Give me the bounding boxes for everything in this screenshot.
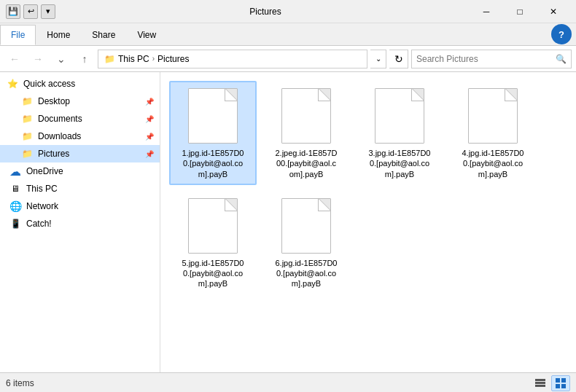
file-icon-5 — [184, 197, 242, 255]
sidebar-documents-label: Documents — [38, 114, 82, 124]
ribbon: File Home Share View ? — [0, 23, 576, 46]
breadcrumb-this-pc[interactable]: This PC — [118, 54, 149, 64]
tab-share[interactable]: Share — [81, 25, 126, 45]
sidebar-item-this-pc[interactable]: 🖥 This PC — [0, 180, 160, 197]
window-controls: ─ □ ✕ — [470, 0, 570, 23]
file-name-2: 2.jpeg.id-1E857D00.[paybit@aol.com].payB — [275, 148, 337, 179]
file-icon-6 — [277, 197, 335, 255]
pictures-folder-icon: 📁 — [20, 147, 34, 160]
desktop-folder-icon: 📁 — [20, 95, 34, 108]
file-page-6 — [281, 198, 331, 254]
file-item-5[interactable]: 5.jpg.id-1E857D00.[paybit@aol.com].payB — [169, 191, 257, 295]
tile-view-icon — [555, 377, 567, 389]
list-view-button[interactable] — [531, 375, 550, 391]
sidebar-item-pictures[interactable]: 📁 Pictures 📌 — [0, 145, 160, 162]
file-item-4[interactable]: 4.jpg.id-1E857D00.[paybit@aol.com].payB — [449, 81, 537, 185]
main-layout: ⭐ Quick access 📁 Desktop 📌 📁 Documents 📌… — [0, 72, 576, 372]
sidebar-catch-label: Catch! — [26, 219, 52, 229]
file-item-6[interactable]: 6.jpg.id-1E857D00.[paybit@aol.com].payB — [262, 191, 350, 295]
svg-rect-0 — [535, 379, 545, 381]
help-button[interactable]: ? — [551, 24, 572, 44]
file-icon-2 — [277, 87, 335, 145]
close-button[interactable]: ✕ — [537, 0, 570, 23]
svg-rect-3 — [556, 378, 560, 383]
downloads-folder-icon: 📁 — [20, 130, 34, 143]
sidebar-item-network[interactable]: 🌐 Network — [0, 197, 160, 215]
sidebar-this-pc-label: This PC — [26, 184, 58, 194]
sidebar-item-documents[interactable]: 📁 Documents 📌 — [0, 110, 160, 128]
sidebar-onedrive-label: OneDrive — [26, 166, 63, 176]
dropdown-icon[interactable]: ▾ — [41, 4, 55, 19]
search-box[interactable]: 🔍 — [411, 50, 572, 68]
sidebar-item-desktop[interactable]: 📁 Desktop 📌 — [0, 93, 160, 110]
sidebar-quick-access[interactable]: ⭐ Quick access — [0, 75, 160, 93]
quick-access-icon: ⭐ — [6, 77, 19, 90]
tile-view-button[interactable] — [551, 375, 570, 391]
sidebar: ⭐ Quick access 📁 Desktop 📌 📁 Documents 📌… — [0, 72, 160, 372]
tab-file[interactable]: File — [0, 25, 36, 45]
file-icon-1 — [184, 87, 242, 145]
file-item-3[interactable]: 3.jpg.id-1E857D00.[paybit@aol.com].payB — [356, 81, 443, 185]
up-button[interactable]: ↑ — [74, 49, 95, 69]
tab-view[interactable]: View — [126, 25, 167, 45]
sidebar-downloads-label: Downloads — [38, 131, 81, 141]
list-view-icon — [534, 377, 546, 389]
catch-icon: 📱 — [9, 217, 22, 230]
svg-rect-5 — [556, 384, 560, 388]
maximize-button[interactable]: □ — [503, 0, 537, 23]
this-pc-icon: 🖥 — [9, 182, 22, 195]
item-count: 6 items — [6, 378, 34, 388]
refresh-button[interactable]: ↻ — [389, 50, 408, 68]
path-dropdown[interactable]: ⌄ — [370, 50, 386, 68]
breadcrumb-pictures[interactable]: Pictures — [157, 54, 189, 64]
fold-inner-2 — [319, 89, 330, 100]
breadcrumb-sep-1: › — [152, 55, 155, 63]
file-icon-3 — [370, 87, 429, 145]
file-name-3: 3.jpg.id-1E857D00.[paybit@aol.com].payB — [368, 148, 430, 179]
dropdown-nav-button[interactable]: ⌄ — [51, 49, 71, 69]
quick-access-toolbar-icon[interactable]: 💾 — [6, 4, 20, 19]
file-item-2[interactable]: 2.jpeg.id-1E857D00.[paybit@aol.com].payB — [262, 81, 350, 185]
fold-inner-1 — [226, 89, 237, 100]
file-name-1: 1.jpg.id-1E857D00.[paybit@aol.com].payB — [182, 148, 244, 179]
tab-home[interactable]: Home — [36, 25, 81, 45]
file-name-4: 4.jpg.id-1E857D00.[paybit@aol.com].payB — [462, 148, 524, 179]
svg-rect-1 — [535, 382, 545, 384]
undo-icon[interactable]: ↩ — [23, 4, 38, 19]
file-page-2 — [281, 88, 331, 144]
sidebar-network-label: Network — [26, 201, 58, 211]
file-name-6: 6.jpg.id-1E857D00.[paybit@aol.com].payB — [275, 258, 337, 289]
address-bar: ← → ⌄ ↑ 📁 This PC › Pictures ⌄ ↻ 🔍 — [0, 46, 576, 72]
svg-rect-2 — [535, 385, 545, 387]
pin-icon-2: 📌 — [145, 115, 154, 123]
fold-inner-3 — [413, 89, 424, 100]
title-bar-icons: 💾 ↩ ▾ — [6, 4, 55, 19]
sidebar-pictures-label: Pictures — [38, 149, 69, 159]
ribbon-tabs: File Home Share View ? — [0, 23, 576, 45]
onedrive-icon: ☁ — [9, 165, 22, 178]
network-icon: 🌐 — [9, 200, 22, 213]
svg-rect-4 — [561, 378, 566, 383]
fold-inner-4 — [506, 89, 517, 100]
file-page-1 — [188, 88, 238, 144]
file-icon-4 — [464, 87, 522, 145]
documents-folder-icon: 📁 — [20, 112, 34, 125]
sidebar-desktop-label: Desktop — [38, 96, 70, 106]
sidebar-item-downloads[interactable]: 📁 Downloads 📌 — [0, 128, 160, 145]
back-button[interactable]: ← — [4, 49, 25, 69]
file-item-1[interactable]: 1.jpg.id-1E857D00.[paybit@aol.com].payB — [169, 81, 257, 185]
fold-inner-6 — [319, 199, 330, 210]
window-title: Pictures — [61, 7, 470, 17]
address-path[interactable]: 📁 This PC › Pictures — [98, 50, 367, 68]
sidebar-item-onedrive[interactable]: ☁ OneDrive — [0, 162, 160, 180]
forward-button[interactable]: → — [28, 49, 48, 69]
search-input[interactable] — [416, 54, 553, 64]
pin-icon-3: 📌 — [145, 133, 154, 141]
pin-icon-4: 📌 — [145, 150, 154, 158]
search-icon: 🔍 — [556, 54, 567, 64]
minimize-button[interactable]: ─ — [470, 0, 503, 23]
view-controls — [531, 375, 570, 391]
sidebar-item-catch[interactable]: 📱 Catch! — [0, 215, 160, 232]
file-page-5 — [188, 198, 238, 254]
quick-access-label: Quick access — [23, 79, 75, 89]
